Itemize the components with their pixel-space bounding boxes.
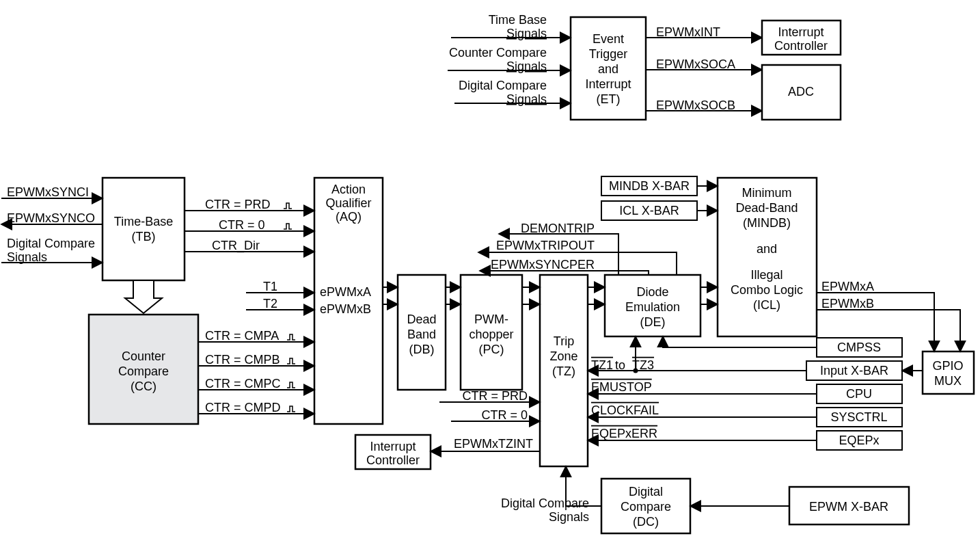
lbl-to: to	[615, 358, 625, 372]
min-l6: (ICL)	[753, 298, 780, 312]
et-l2: Trigger	[589, 47, 627, 61]
lbl-cpu: CPU	[846, 387, 872, 401]
cc-l2: Compare	[118, 364, 169, 378]
tz-ctr0: CTR = 0	[481, 408, 528, 422]
pulse-icon	[287, 334, 295, 340]
dc-l1: Digital	[629, 485, 663, 499]
tz-l1: Trip	[554, 334, 574, 348]
cc-l3: (CC)	[131, 380, 156, 393]
min-and: and	[757, 242, 777, 256]
lbl-ctrdir: CTR_Dir	[212, 239, 260, 253]
lbl-ctrprd: CTR = PRD	[205, 198, 271, 211]
lbl-synco: EPWMxSYNCO	[7, 211, 95, 225]
min-l4: Illegal	[750, 268, 782, 282]
min-l1: Minimum	[741, 186, 791, 200]
tz-l3: (TZ)	[552, 364, 575, 378]
cc-l1: Counter	[122, 349, 165, 363]
et-l4: Interrupt	[585, 77, 631, 91]
dcsig-l2: Signals	[549, 510, 589, 524]
pc-l3: (PC)	[479, 343, 504, 356]
pc-l1: PWM-	[474, 313, 508, 326]
lbl-eqeperr: EQEPxERR	[591, 427, 657, 440]
gpio-l1: GPIO	[932, 359, 963, 373]
lbl-sysctrl: SYSCTRL	[830, 410, 887, 424]
lbl-out-epwmxa: EPWMxA	[821, 280, 874, 293]
lbl-emustop: EMUSTOP	[591, 380, 652, 394]
de-l2: Emulation	[625, 300, 680, 314]
min-l5: Combo Logic	[731, 283, 803, 297]
lbl-tzint: EPWMxTZINT	[454, 437, 533, 451]
lbl-inxbar: Input X-BAR	[820, 364, 888, 377]
lbl-cmpc: CTR = CMPC	[205, 377, 281, 390]
dc-l3: (DC)	[633, 515, 659, 529]
lbl-epwmxsocb: EPWMxSOCB	[656, 98, 735, 112]
lbl-cmpb: CTR = CMPB	[205, 353, 280, 367]
lbl-clockfail: CLOCKFAIL	[591, 403, 659, 417]
min-l3: (MINDB)	[743, 216, 791, 230]
lbl-epwmxa-int: ePWMxA	[320, 285, 371, 299]
intctl-l2: Controller	[774, 39, 828, 53]
pulse-icon	[287, 358, 295, 364]
intctl2-l2: Controller	[366, 453, 420, 467]
lbl-t2: T2	[263, 297, 277, 310]
lbl-out-epwmxb: EPWMxB	[821, 297, 874, 310]
lbl-tripout: EPWMxTRIPOUT	[496, 239, 595, 252]
intctl-l1: Interrupt	[778, 25, 824, 39]
lbl-syncper: EPWMxSYNCPER	[491, 258, 595, 271]
pulse-icon	[284, 203, 292, 209]
db-l3: (DB)	[409, 343, 435, 356]
tz-ctrprd: CTR = PRD	[462, 389, 528, 403]
lbl-cmpd: CTR = CMPD	[205, 401, 281, 414]
lbl-ctr0: CTR = 0	[219, 218, 265, 232]
dc-l2: Compare	[621, 500, 671, 514]
lbl-demontrip: DEMONTRIP	[521, 222, 595, 235]
lbl-epwmxb-int: ePWMxB	[320, 302, 371, 316]
pc-l2: chopper	[469, 328, 513, 341]
arrow	[663, 336, 817, 347]
lbl-mindbx: MINDB X-BAR	[609, 179, 690, 193]
tz-l2: Zone	[549, 349, 577, 363]
pulse-icon	[287, 406, 295, 412]
lbl-epwmxbar: EPWM X-BAR	[809, 500, 888, 514]
db-l1: Dead	[407, 313, 436, 326]
de-l1: Diode	[636, 285, 668, 299]
min-l2: Dead-Band	[735, 201, 798, 215]
diagram: Event Trigger and Interrupt (ET) Time Ba…	[0, 0, 980, 558]
aq-l3: (AQ)	[336, 210, 362, 224]
lbl-epwmxint: EPWMxINT	[656, 25, 720, 39]
dcsig-l1: Digital Compare	[501, 496, 589, 510]
lbl-eqepx: EQEPx	[839, 434, 879, 447]
et-in1-l1: Time Base	[489, 13, 547, 27]
lbl-tz1: TZ1	[591, 358, 613, 372]
et-in2-l1: Counter Compare	[449, 46, 547, 59]
tb-to-cc-arrow	[125, 280, 162, 313]
pulse-icon	[284, 224, 292, 229]
adc-label: ADC	[788, 85, 814, 98]
et-l1: Event	[593, 32, 624, 46]
intctl2-l1: Interrupt	[370, 440, 416, 453]
lbl-iclx: ICL X-BAR	[619, 204, 679, 217]
de-l3: (DE)	[640, 315, 666, 329]
lbl-dcs-l2: Signals	[7, 250, 47, 264]
tb-l2: (TB)	[132, 230, 156, 243]
et-l3: and	[598, 62, 618, 76]
tb-l1: Time-Base	[114, 215, 173, 228]
aq-l1: Action	[331, 183, 366, 196]
et-in3-l1: Digital Compare	[459, 79, 547, 92]
db-l2: Band	[407, 328, 436, 341]
aq-l2: Qualifier	[325, 196, 371, 210]
lbl-cmpss: CMPSS	[837, 341, 881, 354]
lbl-synci: EPWMxSYNCI	[7, 185, 89, 199]
pulse-icon	[287, 382, 295, 388]
lbl-t1: T1	[263, 280, 277, 293]
et-l5: (ET)	[597, 92, 621, 106]
lbl-cmpa: CTR = CMPA	[205, 329, 279, 343]
gpio-l2: MUX	[934, 374, 962, 388]
lbl-epwmxsoca: EPWMxSOCA	[656, 57, 735, 71]
lbl-dcs-l1: Digital Compare	[7, 237, 95, 250]
